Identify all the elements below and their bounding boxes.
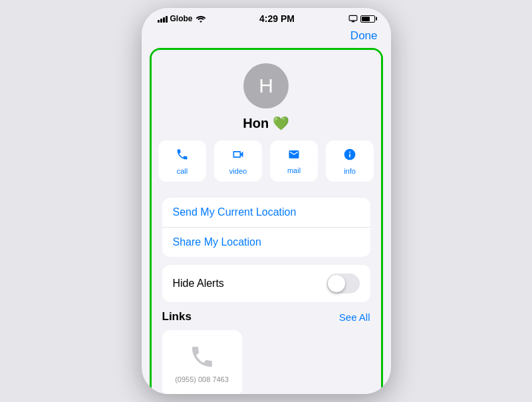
alerts-section: Hide Alerts bbox=[162, 265, 370, 302]
link-card[interactable]: (0955) 008 7463 bbox=[162, 330, 242, 394]
hide-alerts-toggle[interactable] bbox=[327, 274, 360, 294]
send-current-location-label: Send My Current Location bbox=[173, 206, 297, 218]
location-section: Send My Current Location Share My Locati… bbox=[162, 198, 370, 257]
carrier-label: Globe bbox=[170, 14, 193, 23]
link-phone-number: (0955) 008 7463 bbox=[175, 375, 229, 383]
call-label: call bbox=[177, 167, 188, 175]
status-time: 4:29 PM bbox=[259, 13, 295, 24]
wifi-icon bbox=[196, 15, 206, 23]
nav-bar: Done bbox=[142, 27, 391, 48]
info-icon bbox=[343, 148, 356, 164]
profile-section: H Hon 💚 call video bbox=[152, 50, 381, 190]
video-icon bbox=[231, 148, 245, 164]
hide-alerts-label: Hide Alerts bbox=[173, 278, 224, 290]
content-border: H Hon 💚 call video bbox=[150, 48, 383, 394]
battery-icon bbox=[360, 15, 375, 23]
status-bar: Globe 4:29 PM bbox=[142, 8, 391, 27]
avatar-initial: H bbox=[259, 75, 273, 97]
send-current-location-button[interactable]: Send My Current Location bbox=[162, 198, 370, 228]
call-button[interactable]: call bbox=[158, 140, 206, 182]
links-header: Links See All bbox=[162, 310, 370, 323]
screen-mirror-icon bbox=[348, 15, 358, 23]
links-section: Links See All (0955) 008 7463 bbox=[162, 310, 370, 394]
svg-rect-0 bbox=[349, 15, 357, 21]
status-right bbox=[348, 15, 375, 23]
info-button[interactable]: info bbox=[326, 140, 374, 182]
video-button[interactable]: video bbox=[214, 140, 262, 182]
phone-frame: Globe 4:29 PM Done H bbox=[142, 8, 391, 394]
mail-button[interactable]: mail bbox=[270, 140, 318, 182]
avatar: H bbox=[243, 63, 289, 108]
mail-label: mail bbox=[287, 166, 301, 174]
signal-bars-icon bbox=[158, 15, 168, 23]
link-phone-icon bbox=[189, 343, 215, 370]
info-label: info bbox=[344, 167, 356, 175]
links-title: Links bbox=[162, 310, 192, 323]
see-all-button[interactable]: See All bbox=[339, 311, 370, 323]
mail-icon bbox=[287, 148, 301, 164]
share-location-label: Share My Location bbox=[173, 236, 261, 248]
share-location-button[interactable]: Share My Location bbox=[162, 228, 370, 257]
done-button[interactable]: Done bbox=[350, 29, 378, 43]
call-icon bbox=[176, 148, 189, 164]
contact-name: Hon 💚 bbox=[243, 115, 289, 131]
action-row: call video mail bbox=[158, 140, 374, 182]
video-label: video bbox=[229, 167, 247, 175]
status-left: Globe bbox=[158, 14, 206, 23]
